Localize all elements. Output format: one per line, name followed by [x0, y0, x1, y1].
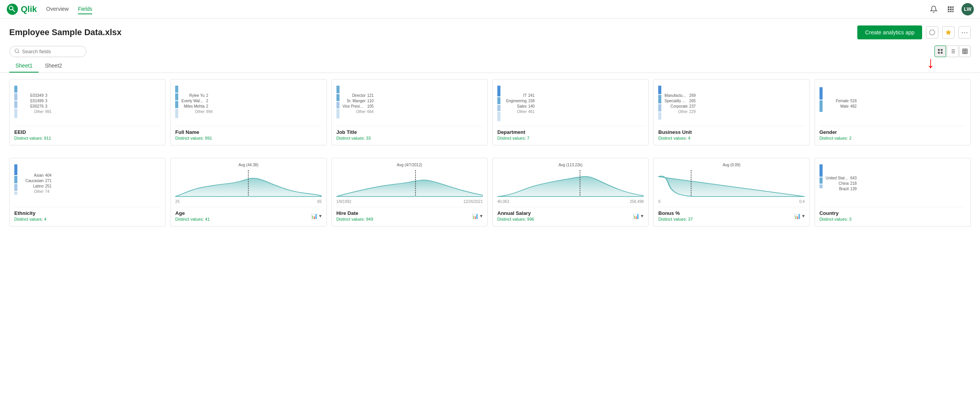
card-business-unit-distinct: Distinct values: 4 — [658, 136, 804, 140]
svg-rect-17 — [941, 49, 943, 51]
share-icon[interactable] — [926, 26, 938, 39]
card-salary-dropdown-icon[interactable]: ▾ — [641, 213, 644, 219]
page-title: Employee Sample Data.xlsx — [9, 27, 857, 37]
cards-grid-row2: Asian404 Caucasian271 Latino251 Other74 … — [0, 152, 980, 233]
search-icon — [14, 48, 20, 55]
notifications-icon[interactable] — [928, 3, 940, 15]
svg-line-15 — [18, 52, 19, 53]
svg-rect-5 — [952, 6, 953, 8]
card-country-distinct: Distinct values: 3 — [819, 217, 966, 221]
card-hire-date-avg: Avg (4/7/2012) — [336, 163, 483, 167]
apps-icon[interactable] — [945, 3, 957, 15]
card-hire-date-distinct: Distinct values: 949 — [336, 217, 373, 221]
card-department: IT241 Engineering158 Sales140 Other461 D… — [492, 79, 649, 145]
card-eeid: E033493 E014993 E002763 Other991 EEID Di… — [9, 79, 166, 145]
title-bar: Employee Sample Data.xlsx Create analyti… — [0, 19, 980, 43]
svg-rect-10 — [950, 11, 951, 12]
card-hire-date-title: Hire Date — [336, 210, 373, 216]
search-box — [9, 46, 86, 57]
card-annual-salary-min: 40,063 — [497, 199, 509, 204]
card-annual-salary-max: 258,498 — [630, 199, 644, 204]
card-bonus-max: 0.4 — [799, 199, 805, 204]
card-bonus-dropdown-icon[interactable]: ▾ — [802, 213, 805, 219]
card-hire-date-dropdown-icon[interactable]: ▾ — [480, 213, 483, 219]
card-business-unit-title: Business Unit — [658, 129, 804, 135]
card-hire-date: Avg (4/7/2012) 1/9/1992 12/26/2021 — [331, 158, 488, 226]
favorite-icon[interactable] — [942, 26, 955, 39]
header-icons: LW — [928, 3, 974, 15]
red-arrow-annotation: ↓ — [927, 55, 934, 70]
grid-view-button[interactable] — [934, 46, 946, 57]
card-hire-date-max: 12/26/2021 — [463, 199, 483, 204]
card-bonus-avg: Avg (0.09) — [658, 163, 804, 167]
svg-marker-13 — [946, 30, 951, 35]
user-avatar[interactable]: LW — [961, 3, 974, 15]
card-eeid-title: EEID — [14, 129, 161, 135]
card-age-distinct: Distinct values: 41 — [175, 217, 210, 221]
tab-sheet1[interactable]: Sheet1 — [9, 59, 39, 73]
card-full-name-title: Full Name — [175, 129, 321, 135]
card-full-name-distinct: Distinct values: 991 — [175, 136, 321, 140]
card-gender-distinct: Distinct values: 2 — [819, 136, 966, 140]
card-bonus-pct: Avg (0.09) 0 0.4 — [653, 158, 809, 226]
svg-rect-19 — [941, 52, 943, 54]
card-age-min: 25 — [175, 199, 179, 204]
card-country: United States643 China218 Brazil139 Coun… — [814, 158, 971, 226]
card-ethnicity-title: Ethnicity — [14, 210, 161, 216]
card-age-chart-icon[interactable]: 📊 — [311, 213, 318, 219]
table-view-button[interactable] — [959, 46, 971, 57]
sheet-tabs: Sheet1 Sheet2 — [0, 59, 980, 73]
title-actions: Create analytics app ⋯ — [857, 25, 971, 39]
card-annual-salary-distinct: Distinct values: 996 — [497, 217, 534, 221]
card-job-title-distinct: Distinct values: 33 — [336, 136, 483, 140]
card-age-title: Age — [175, 210, 210, 216]
card-annual-salary-avg: Avg (113.22k) — [497, 163, 644, 167]
svg-rect-9 — [948, 11, 950, 12]
list-view-button[interactable] — [947, 46, 958, 57]
card-gender: Female518 Male482 Gender Distinct values… — [814, 79, 971, 145]
card-bonus-title: Bonus % — [658, 210, 693, 216]
tab-sheet2[interactable]: Sheet2 — [39, 59, 68, 73]
card-age-max: 65 — [318, 199, 322, 204]
card-bonus-min: 0 — [658, 199, 661, 204]
svg-rect-26 — [963, 49, 967, 54]
svg-rect-16 — [938, 49, 940, 51]
search-input[interactable] — [22, 49, 81, 54]
card-bonus-distinct: Distinct values: 37 — [658, 217, 693, 221]
svg-rect-4 — [950, 6, 951, 8]
svg-rect-7 — [950, 8, 951, 10]
card-job-title: Director121 Sr. Manger110 Vice President… — [331, 79, 488, 145]
svg-rect-8 — [952, 8, 953, 10]
svg-rect-3 — [948, 6, 950, 8]
nav-fields[interactable]: Fields — [78, 4, 92, 14]
card-salary-chart-icon[interactable]: 📊 — [633, 213, 639, 219]
card-department-distinct: Distinct values: 7 — [497, 136, 644, 140]
card-age-dropdown-icon[interactable]: ▾ — [319, 213, 322, 219]
card-hire-date-chart-icon[interactable]: 📊 — [472, 213, 478, 219]
card-business-unit: Manufacturing269 Speciality Products265 … — [653, 79, 809, 145]
more-options-icon[interactable]: ⋯ — [958, 26, 971, 39]
card-ethnicity-distinct: Distinct values: 4 — [14, 217, 161, 221]
card-ethnicity: Asian404 Caucasian271 Latino251 Other74 … — [9, 158, 166, 226]
card-eeid-distinct: Distinct values: 911 — [14, 136, 161, 140]
card-full-name: Rylee Yu2 Everly Walker2 Miles Mehta2 Ot… — [170, 79, 326, 145]
qlik-logo[interactable]: Qlik — [6, 3, 37, 15]
nav-overview[interactable]: Overview — [46, 4, 69, 14]
svg-rect-11 — [952, 11, 953, 12]
controls-bar — [0, 43, 980, 59]
main-nav: Overview Fields — [46, 4, 93, 14]
card-annual-salary-title: Annual Salary — [497, 210, 534, 216]
logo-text: Qlik — [21, 4, 37, 14]
card-bonus-chart-icon[interactable]: 📊 — [794, 213, 801, 219]
card-hire-date-min: 1/9/1992 — [336, 199, 351, 204]
card-gender-title: Gender — [819, 129, 966, 135]
svg-point-12 — [929, 30, 934, 35]
card-department-title: Department — [497, 129, 644, 135]
card-age-avg: Avg (44.38) — [175, 163, 321, 167]
card-job-title-title: Job Title — [336, 129, 483, 135]
card-country-title: Country — [819, 210, 966, 216]
card-age: Avg (44.38) 25 65 — [170, 158, 326, 226]
create-analytics-button[interactable]: Create analytics app — [857, 25, 922, 39]
svg-rect-6 — [948, 8, 950, 10]
card-annual-salary: Avg (113.22k) 40,063 258,498 — [492, 158, 649, 226]
